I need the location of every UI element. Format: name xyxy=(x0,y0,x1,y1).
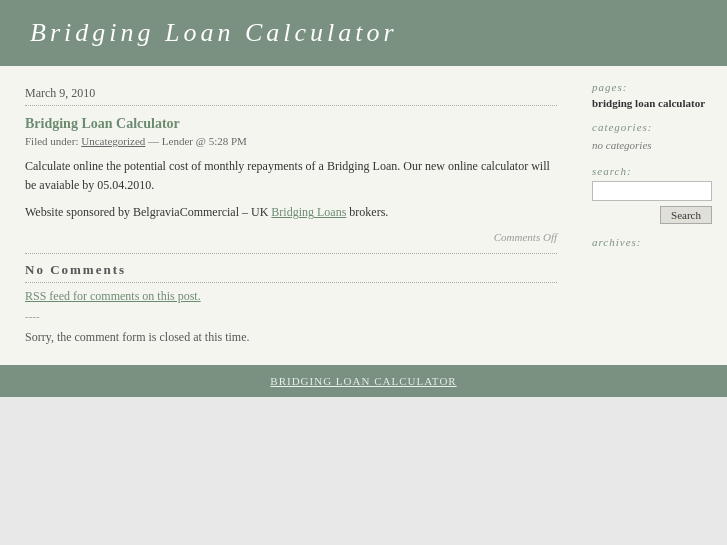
sidebar: pages: bridging loan calculator categori… xyxy=(582,66,727,365)
filed-label: Filed under: xyxy=(25,135,78,147)
sidebar-pages-link[interactable]: bridging loan calculator xyxy=(592,97,712,109)
sidebar-archives-label: archives: xyxy=(592,236,712,248)
comment-closed: Sorry, the comment form is closed at thi… xyxy=(25,330,557,345)
section-divider-1 xyxy=(25,253,557,254)
main-layout: March 9, 2010 Bridging Loan Calculator F… xyxy=(0,66,727,365)
post-content-2: Website sponsored by BelgraviaCommercial… xyxy=(25,203,557,222)
content-2-suffix: brokers. xyxy=(349,205,388,219)
sidebar-categories-label: categories: xyxy=(592,121,712,133)
footer-link[interactable]: BRIDGING LOAN CALCULATOR xyxy=(270,375,456,387)
rss-feed-link[interactable]: RSS feed for comments on this post. xyxy=(25,289,557,304)
post-content-1: Calculate online the potential cost of m… xyxy=(25,157,557,195)
comments-off: Comments Off xyxy=(25,231,557,243)
site-header: Bridging Loan Calculator xyxy=(0,0,727,66)
dashes: ---- xyxy=(25,310,557,322)
site-title: Bridging Loan Calculator xyxy=(30,18,697,48)
category-link[interactable]: Uncategorized xyxy=(81,135,145,147)
page-wrapper: Bridging Loan Calculator March 9, 2010 B… xyxy=(0,0,727,545)
sidebar-pages-label: pages: xyxy=(592,81,712,93)
post-date: March 9, 2010 xyxy=(25,86,557,106)
bridging-loans-link[interactable]: Bridging Loans xyxy=(271,205,346,219)
post-title: Bridging Loan Calculator xyxy=(25,116,557,132)
content-area: March 9, 2010 Bridging Loan Calculator F… xyxy=(0,66,582,365)
content-2-prefix: Website sponsored by BelgraviaCommercial… xyxy=(25,205,268,219)
site-footer: BRIDGING LOAN CALCULATOR xyxy=(0,365,727,397)
author-meta: — Lender @ 5:28 PM xyxy=(148,135,247,147)
no-comments-heading: No Comments xyxy=(25,262,557,283)
post-meta: Filed under: Uncategorized — Lender @ 5:… xyxy=(25,135,557,147)
sidebar-search-label: search: xyxy=(592,165,712,177)
search-input[interactable] xyxy=(592,181,712,201)
sidebar-categories-text: no categories xyxy=(592,139,652,151)
search-button[interactable]: Search xyxy=(660,206,712,224)
